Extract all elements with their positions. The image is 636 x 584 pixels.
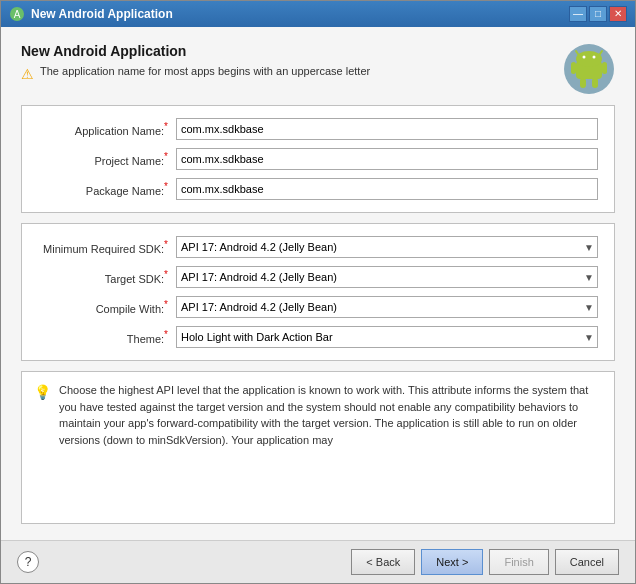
svg-rect-11 (580, 78, 586, 88)
form-section: Application Name:* Project Name:* Packag… (21, 105, 615, 213)
page-title: New Android Application (21, 43, 553, 59)
info-section: 💡 Choose the highest API level that the … (21, 371, 615, 524)
title-controls: — □ ✕ (569, 6, 627, 22)
info-icon: 💡 (34, 384, 51, 400)
back-button[interactable]: < Back (351, 549, 415, 575)
window-title: New Android Application (31, 7, 173, 21)
footer: ? < Back Next > Finish Cancel (1, 540, 635, 583)
min-sdk-wrapper: API 17: Android 4.2 (Jelly Bean) ▼ (176, 236, 598, 258)
next-button[interactable]: Next > (421, 549, 483, 575)
title-bar: A New Android Application — □ ✕ (1, 1, 635, 27)
footer-left: ? (17, 551, 39, 573)
project-name-row: Project Name:* (38, 148, 598, 170)
package-name-row: Package Name:* (38, 178, 598, 200)
min-sdk-row: Minimum Required SDK:* API 17: Android 4… (38, 236, 598, 258)
app-name-label: Application Name:* (38, 121, 168, 137)
cancel-button[interactable]: Cancel (555, 549, 619, 575)
svg-rect-12 (592, 78, 598, 88)
compile-with-select[interactable]: API 17: Android 4.2 (Jelly Bean) (176, 296, 598, 318)
minimize-button[interactable]: — (569, 6, 587, 22)
help-button[interactable]: ? (17, 551, 39, 573)
package-name-label: Package Name:* (38, 181, 168, 197)
compile-with-row: Compile With:* API 17: Android 4.2 (Jell… (38, 296, 598, 318)
svg-rect-9 (571, 62, 576, 74)
close-button[interactable]: ✕ (609, 6, 627, 22)
svg-point-7 (583, 56, 586, 59)
app-name-row: Application Name:* (38, 118, 598, 140)
finish-button[interactable]: Finish (489, 549, 548, 575)
svg-point-8 (593, 56, 596, 59)
compile-with-wrapper: API 17: Android 4.2 (Jelly Bean) ▼ (176, 296, 598, 318)
android-logo (563, 43, 615, 95)
svg-text:A: A (14, 9, 21, 20)
content-area: New Android Application ⚠ The applicatio… (1, 27, 635, 540)
footer-right: < Back Next > Finish Cancel (351, 549, 619, 575)
package-name-input[interactable] (176, 178, 598, 200)
main-window: A New Android Application — □ ✕ New Andr… (0, 0, 636, 584)
project-name-label: Project Name:* (38, 151, 168, 167)
theme-wrapper: Holo Light with Dark Action Bar ▼ (176, 326, 598, 348)
svg-point-6 (576, 51, 602, 67)
title-bar-left: A New Android Application (9, 6, 173, 22)
theme-select[interactable]: Holo Light with Dark Action Bar (176, 326, 598, 348)
app-name-input[interactable] (176, 118, 598, 140)
target-sdk-label: Target SDK:* (38, 269, 168, 285)
warning-row: ⚠ The application name for most apps beg… (21, 65, 553, 82)
theme-row: Theme:* Holo Light with Dark Action Bar … (38, 326, 598, 348)
min-sdk-label: Minimum Required SDK:* (38, 239, 168, 255)
min-sdk-select[interactable]: API 17: Android 4.2 (Jelly Bean) (176, 236, 598, 258)
target-sdk-select[interactable]: API 17: Android 4.2 (Jelly Bean) (176, 266, 598, 288)
header-section: New Android Application ⚠ The applicatio… (21, 43, 615, 95)
target-sdk-wrapper: API 17: Android 4.2 (Jelly Bean) ▼ (176, 266, 598, 288)
maximize-button[interactable]: □ (589, 6, 607, 22)
header-left: New Android Application ⚠ The applicatio… (21, 43, 553, 82)
sdk-section: Minimum Required SDK:* API 17: Android 4… (21, 223, 615, 361)
project-name-input[interactable] (176, 148, 598, 170)
warning-icon: ⚠ (21, 66, 34, 82)
warning-text: The application name for most apps begin… (40, 65, 370, 77)
theme-label: Theme:* (38, 329, 168, 345)
window-icon: A (9, 6, 25, 22)
svg-rect-10 (602, 62, 607, 74)
compile-with-label: Compile With:* (38, 299, 168, 315)
target-sdk-row: Target SDK:* API 17: Android 4.2 (Jelly … (38, 266, 598, 288)
info-text: Choose the highest API level that the ap… (59, 382, 602, 448)
